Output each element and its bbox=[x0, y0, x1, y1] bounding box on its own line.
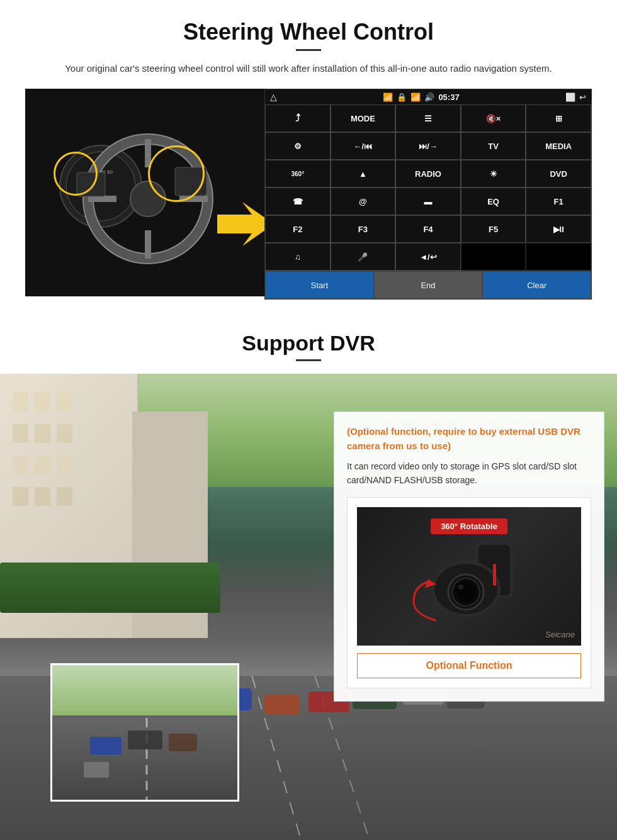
radio-btn-nav[interactable]: ⤴ bbox=[265, 104, 331, 132]
svg-rect-24 bbox=[13, 487, 28, 506]
swc-visual: 0 20 40 60 80 100 120 bbox=[25, 89, 592, 300]
clear-button[interactable]: Clear bbox=[482, 271, 591, 299]
dvr-content-area: (Optional function, require to buy exter… bbox=[0, 374, 617, 840]
svg-rect-39 bbox=[84, 762, 109, 778]
radio-btn-prev[interactable]: ←/⏮ bbox=[331, 132, 396, 160]
svg-rect-26 bbox=[57, 487, 72, 506]
steering-wheel-image: 0 20 40 60 80 100 120 bbox=[25, 89, 264, 296]
dvr-title: Support DVR bbox=[25, 331, 592, 356]
status-icons: 📶 🔒 📶 🔊 05:37 bbox=[383, 92, 459, 102]
dvr-camera-visual: 360° Rotatable bbox=[357, 507, 581, 646]
dvr-inset-photo bbox=[50, 663, 239, 802]
hedge bbox=[0, 563, 220, 613]
dvr-section: Support DVR bbox=[0, 312, 617, 840]
radio-btn-music[interactable]: ♫ bbox=[265, 243, 331, 271]
svg-rect-19 bbox=[35, 424, 50, 443]
swc-divider bbox=[296, 49, 321, 51]
svg-rect-36 bbox=[90, 737, 122, 754]
dvr-info-card: (Optional function, require to buy exter… bbox=[334, 412, 604, 702]
radio-btn-eq[interactable]: EQ bbox=[461, 188, 526, 215]
radio-btn-phone[interactable]: ☎ bbox=[265, 188, 331, 215]
radio-btn-f2[interactable]: F2 bbox=[265, 215, 331, 243]
radio-btn-f4[interactable]: F4 bbox=[395, 215, 461, 243]
radio-btn-f5[interactable]: F5 bbox=[461, 215, 526, 243]
svg-rect-30 bbox=[264, 695, 299, 715]
radio-btn-media[interactable]: MEDIA bbox=[526, 132, 591, 160]
svg-marker-14 bbox=[217, 202, 264, 246]
window-icon[interactable]: ⬜ bbox=[565, 92, 575, 102]
svg-rect-23 bbox=[57, 456, 72, 474]
audio-icon: 🔊 bbox=[424, 92, 434, 102]
radio-btn-playpause[interactable]: ▶II bbox=[526, 215, 591, 243]
rotatable-badge: 360° Rotatable bbox=[431, 518, 507, 534]
dvr-camera-box: 360° Rotatable bbox=[347, 497, 591, 688]
radio-btn-tv[interactable]: TV bbox=[461, 132, 526, 160]
swc-section: Steering Wheel Control Your original car… bbox=[0, 0, 617, 312]
wifi-icon: 📶 bbox=[383, 92, 393, 102]
radio-ui-panel: △ 📶 🔒 📶 🔊 05:37 ⬜ ↩ ⤴ MODE ☰ bbox=[264, 89, 592, 300]
radio-btn-mic[interactable]: 🎤 bbox=[331, 243, 396, 271]
radio-btn-f3[interactable]: F3 bbox=[331, 215, 396, 243]
start-button[interactable]: Start bbox=[265, 271, 374, 299]
radio-btn-mode[interactable]: MODE bbox=[331, 104, 396, 132]
svg-rect-25 bbox=[35, 487, 50, 506]
optional-function-box: Optional Function bbox=[357, 653, 581, 678]
dvr-divider bbox=[296, 359, 321, 361]
watermark: Seicane bbox=[545, 630, 575, 639]
svg-rect-22 bbox=[35, 456, 50, 474]
radio-btn-360[interactable]: 360° bbox=[265, 160, 331, 188]
svg-rect-17 bbox=[57, 393, 72, 412]
radio-btn-eject[interactable]: ▲ bbox=[331, 160, 396, 188]
back-icon[interactable]: ↩ bbox=[579, 92, 586, 102]
svg-rect-37 bbox=[128, 731, 162, 749]
radio-btn-next[interactable]: ⏭/→ bbox=[395, 132, 461, 160]
svg-rect-16 bbox=[35, 393, 50, 412]
svg-rect-18 bbox=[13, 424, 28, 443]
radio-action-row: Start End Clear bbox=[265, 271, 591, 299]
svg-rect-21 bbox=[13, 456, 28, 474]
radio-btn-brightness[interactable]: ☀ bbox=[461, 160, 526, 188]
radio-status-bar: △ 📶 🔒 📶 🔊 05:37 ⬜ ↩ bbox=[265, 89, 591, 104]
radio-btn-dvd[interactable]: DVD bbox=[526, 160, 591, 188]
yellow-arrow-icon bbox=[217, 202, 264, 246]
radio-btn-back-audio[interactable]: ◄/↩ bbox=[395, 243, 461, 271]
optional-function-label: Optional Function bbox=[426, 660, 512, 671]
radio-btn-radio[interactable]: RADIO bbox=[395, 160, 461, 188]
radio-btn-empty2 bbox=[526, 243, 591, 271]
highlight-circle-right bbox=[148, 145, 205, 202]
svg-rect-20 bbox=[57, 424, 72, 443]
radio-btn-mute[interactable]: 🔇× bbox=[461, 104, 526, 132]
svg-rect-38 bbox=[169, 734, 197, 751]
radio-btn-browser[interactable]: @ bbox=[331, 188, 396, 215]
radio-btn-menu[interactable]: ☰ bbox=[395, 104, 461, 132]
radio-btn-f1[interactable]: F1 bbox=[526, 188, 591, 215]
signal-icon: 📶 bbox=[410, 92, 421, 102]
end-button[interactable]: End bbox=[374, 271, 483, 299]
svg-point-47 bbox=[458, 585, 463, 590]
svg-rect-48 bbox=[493, 564, 496, 586]
dvr-optional-text: (Optional function, require to buy exter… bbox=[347, 425, 591, 453]
radio-btn-empty1 bbox=[461, 243, 526, 271]
home-icon[interactable]: △ bbox=[270, 92, 277, 102]
svg-rect-15 bbox=[13, 393, 28, 412]
swc-description: Your original car's steering wheel contr… bbox=[57, 61, 560, 76]
dvr-header: Support DVR bbox=[0, 331, 617, 374]
radio-btn-apps[interactable]: ⊞ bbox=[526, 104, 591, 132]
nav-icons: ⬜ ↩ bbox=[565, 92, 586, 102]
radio-btn-screen[interactable]: ▬ bbox=[395, 188, 461, 215]
radio-btn-settings[interactable]: ⚙ bbox=[265, 132, 331, 160]
clock-display: 05:37 bbox=[438, 92, 459, 102]
swc-title: Steering Wheel Control bbox=[25, 19, 592, 45]
radio-button-grid: ⤴ MODE ☰ 🔇× ⊞ ⚙ ←/⏮ ⏭/→ TV MEDIA 360° ▲ … bbox=[265, 104, 591, 271]
svg-point-46 bbox=[456, 582, 476, 602]
highlight-circle-left bbox=[54, 152, 98, 196]
dvr-description: It can record video only to storage in G… bbox=[347, 459, 591, 488]
rotation-arrow-icon bbox=[407, 576, 445, 627]
lock-icon: 🔒 bbox=[397, 92, 407, 102]
